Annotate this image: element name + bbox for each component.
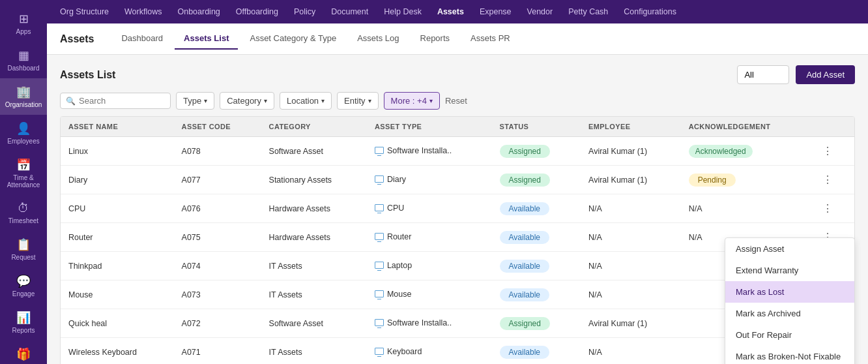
cell-asset-name: Thinkpad (61, 252, 174, 281)
entity-filter[interactable]: Entity ▾ (337, 92, 379, 110)
nav-onboarding[interactable]: Onboarding (177, 7, 220, 16)
sidebar-item-reports[interactable]: 📊 Reports (0, 304, 47, 341)
row-menu-button[interactable]: ⋮ (820, 172, 835, 187)
all-dropdown[interactable]: All (737, 65, 789, 84)
nav-configurations[interactable]: Configurations (624, 7, 676, 16)
monitor-icon (375, 233, 384, 240)
location-filter[interactable]: Location ▾ (280, 92, 332, 110)
nav-help-desk[interactable]: Help Desk (384, 7, 422, 16)
sidebar-item-label: Apps (16, 28, 31, 35)
cell-status: Available (492, 252, 581, 281)
cell-employee: N/A (581, 223, 681, 252)
cell-asset-code: A073 (174, 281, 261, 309)
monitor-icon (375, 290, 384, 297)
col-asset-name: ASSET NAME (61, 117, 174, 137)
tab-reports[interactable]: Reports (411, 28, 459, 50)
monitor-icon (375, 319, 384, 326)
context-menu-item[interactable]: Out For Repair (725, 324, 854, 346)
sidebar-item-timesheet[interactable]: ⏱ Timesheet (0, 195, 47, 231)
context-menu-item[interactable]: Mark as Lost (725, 281, 854, 303)
cell-category: Hardware Assets (261, 223, 367, 252)
status-badge: Available (500, 260, 549, 273)
cell-asset-type: Software Installa.. (367, 137, 492, 166)
cell-asset-type: Software Installa.. (367, 309, 492, 338)
tab-assets-log[interactable]: Assets Log (348, 28, 408, 50)
acknowledgement-value: N/A (689, 233, 702, 242)
context-menu-item[interactable]: Assign Asset (725, 238, 854, 260)
cell-asset-name: Quick heal (61, 309, 174, 338)
tab-assets-pr[interactable]: Assets PR (461, 28, 519, 50)
context-menu-item[interactable]: Mark as Broken-Not Fixable (725, 346, 854, 364)
type-filter[interactable]: Type ▾ (176, 92, 214, 110)
cell-acknowledgement: N/A (681, 194, 813, 223)
cell-category: Software Asset (261, 137, 367, 166)
col-asset-type: ASSET TYPE (367, 117, 492, 137)
context-menu-item[interactable]: Extend Warranty (725, 260, 854, 281)
nav-policy[interactable]: Policy (294, 7, 315, 16)
cell-asset-code: A078 (174, 137, 261, 166)
nav-petty-cash[interactable]: Petty Cash (568, 7, 608, 16)
cell-asset-code: A077 (174, 166, 261, 194)
cell-asset-type: Diary (367, 166, 492, 194)
search-box: 🔍 (60, 93, 171, 109)
engage-icon: 💬 (16, 274, 31, 288)
employees-icon: 👤 (16, 121, 31, 136)
benefits-icon: 🎁 (16, 347, 31, 361)
cell-employee: Aviral Kumar (1) (581, 309, 681, 338)
acknowledgement-value: N/A (689, 204, 702, 213)
status-badge: Available (500, 346, 549, 359)
sidebar-item-label: Employees (7, 138, 39, 145)
sidebar-item-organisation[interactable]: 🏢 Organisation (0, 78, 47, 115)
status-badge: Available (500, 288, 549, 301)
sidebar-item-benefits[interactable]: 🎁 Benefits (0, 341, 47, 364)
monitor-icon (375, 204, 384, 211)
chevron-down-icon: ▾ (368, 97, 371, 104)
sidebar-item-time-attendance[interactable]: 📅 Time & Attendance (0, 151, 47, 195)
sidebar-item-employees[interactable]: 👤 Employees (0, 115, 47, 151)
more-filter-button[interactable]: More : +4 ▾ (384, 92, 440, 110)
context-menu-item[interactable]: Mark as Archived (725, 303, 854, 324)
sidebar-item-apps[interactable]: ⊞ Apps (0, 5, 47, 42)
cell-employee: N/A (581, 281, 681, 309)
cell-asset-type: CPU (367, 194, 492, 223)
list-header: Assets List All Add Asset (60, 65, 855, 84)
status-badge: Assigned (500, 174, 550, 187)
context-menu: Assign AssetExtend WarrantyMark as LostM… (725, 237, 855, 364)
nav-assets[interactable]: Assets (437, 7, 464, 16)
cell-status: Available (492, 194, 581, 223)
tab-asset-category-type[interactable]: Asset Category & Type (240, 28, 345, 50)
header-right: All Add Asset (737, 65, 855, 84)
cell-category: Hardware Assets (261, 194, 367, 223)
monitor-icon (375, 147, 384, 154)
nav-document[interactable]: Document (331, 7, 368, 16)
sidebar-item-label: Organisation (5, 101, 42, 108)
chevron-down-icon: ▾ (321, 97, 325, 104)
sidebar-item-dashboard[interactable]: ▦ Dashboard (0, 42, 47, 78)
tab-assets-list[interactable]: Assets List (175, 28, 238, 50)
category-filter[interactable]: Category ▾ (220, 92, 274, 110)
tab-dashboard[interactable]: Dashboard (112, 28, 172, 50)
sidebar-item-request[interactable]: 📋 Request (0, 231, 47, 267)
sidebar-item-label: Request (11, 254, 35, 261)
cell-asset-code: A072 (174, 309, 261, 338)
main-content: Org Structure Workflows Onboarding Offbo… (47, 0, 868, 364)
cell-asset-code: A076 (174, 194, 261, 223)
row-menu-button[interactable]: ⋮ (820, 144, 835, 159)
nav-expense[interactable]: Expense (480, 7, 512, 16)
sidebar-item-engage[interactable]: 💬 Engage (0, 267, 47, 304)
nav-offboarding[interactable]: Offboarding (236, 7, 278, 16)
table-row: CPU A076 Hardware Assets CPU Available N… (61, 194, 854, 223)
nav-workflows[interactable]: Workflows (124, 7, 162, 16)
nav-vendor[interactable]: Vendor (527, 7, 553, 16)
add-asset-button[interactable]: Add Asset (796, 65, 855, 84)
row-menu-button[interactable]: ⋮ (820, 201, 835, 216)
nav-org-structure[interactable]: Org Structure (60, 7, 109, 16)
reports-icon: 📊 (16, 311, 31, 325)
table-row: Linux A078 Software Asset Software Insta… (61, 137, 854, 166)
cell-status: Available (492, 338, 581, 365)
cell-status: Assigned (492, 166, 581, 194)
cell-employee: N/A (581, 252, 681, 281)
search-input[interactable] (79, 96, 164, 106)
page-title: Assets (60, 33, 94, 45)
reset-button[interactable]: Reset (445, 96, 467, 106)
